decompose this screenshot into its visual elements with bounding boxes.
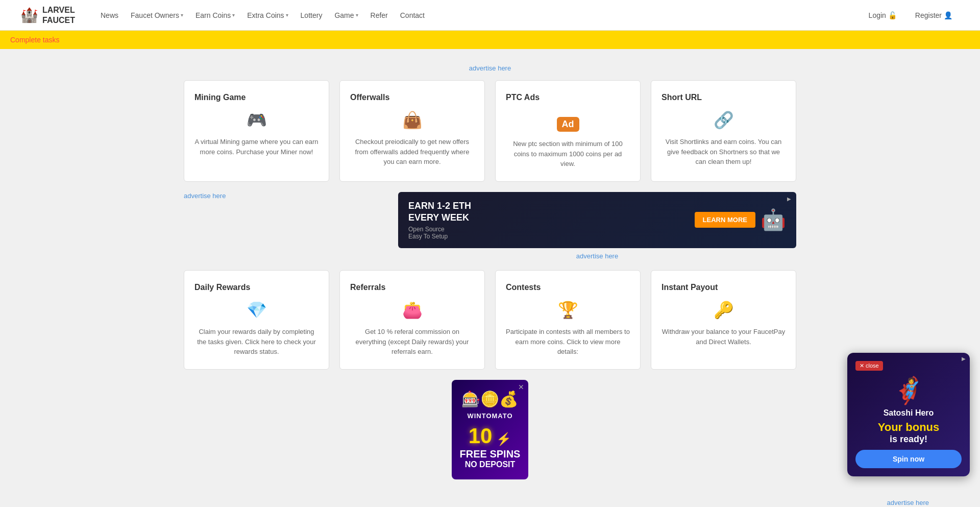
card-payout-desc: Withdraw your balance to your FaucetPay …: [662, 327, 786, 347]
trophy-icon: 🏆: [506, 300, 630, 320]
popup-ad-icon: ▶: [962, 356, 966, 361]
card-mining-title: Mining Game: [194, 93, 318, 102]
banner-ad-content: EARN 1-2 ETHEVERY WEEK Open SourceEasy T…: [408, 200, 695, 240]
nav-earn-coins[interactable]: Earn Coins ▾: [190, 7, 240, 23]
lightning-icon: ⚡: [496, 432, 511, 446]
card-daily-rewards[interactable]: Daily Rewards 💎 Claim your rewards daily…: [184, 270, 329, 370]
cards-grid-row2: Daily Rewards 💎 Claim your rewards daily…: [184, 270, 796, 370]
user-plus-icon: 👤: [944, 11, 952, 19]
card-contests-title: Contests: [506, 283, 630, 292]
card-referrals[interactable]: Referrals 👛 Get 10 % referal commission …: [339, 270, 485, 370]
popup-bonus-sub: is ready!: [855, 434, 962, 445]
chevron-down-icon: ▾: [286, 12, 288, 18]
ad-icon: Ad: [506, 110, 630, 132]
login-icon: 🔓: [888, 11, 897, 19]
popup-bonus-text: Your bonus: [855, 421, 962, 434]
brand-logo[interactable]: 🏰 LARVEL FAUCET: [20, 5, 75, 25]
popup-title: Satoshi Hero: [855, 408, 962, 418]
card-ptc-desc: New ptc section with minimum of 100 coin…: [506, 139, 630, 169]
navbar: 🏰 LARVEL FAUCET News Faucet Owners ▾ Ear…: [0, 0, 980, 31]
nav-refer[interactable]: Refer: [365, 7, 393, 23]
nav-contact[interactable]: Contact: [395, 7, 430, 23]
wallet2-icon: 👛: [350, 300, 474, 320]
nav-game[interactable]: Game ▾: [329, 7, 363, 23]
learn-more-button[interactable]: LEARN MORE: [695, 212, 755, 228]
gem-icon: 💎: [194, 300, 318, 320]
banner-text: Complete tasks: [10, 36, 59, 44]
nav-lottery[interactable]: Lottery: [296, 7, 328, 23]
nav-links: News Faucet Owners ▾ Earn Coins ▾ Extra …: [95, 7, 430, 23]
popup-close-button[interactable]: ✕ close: [855, 361, 883, 371]
card-referrals-desc: Get 10 % referal commission on everythin…: [350, 327, 474, 357]
chevron-down-icon: ▾: [232, 12, 235, 18]
cards-grid-row1: Mining Game 🎮 A virtual Mining game wher…: [184, 80, 796, 182]
card-offerwalls-title: Offerwalls: [350, 93, 474, 102]
advertise-right[interactable]: advertise here: [398, 252, 796, 260]
card-shorturl-title: Short URL: [662, 93, 786, 102]
card-contests[interactable]: Contests 🏆 Participate in contests with …: [495, 270, 641, 370]
gamepad-icon: 🎮: [194, 110, 318, 130]
banner-ad[interactable]: ▶ EARN 1-2 ETHEVERY WEEK Open SourceEasy…: [398, 192, 796, 249]
nav-extra-coins[interactable]: Extra Coins ▾: [242, 7, 293, 23]
key-icon: 🔑: [662, 300, 786, 320]
slots-close-button[interactable]: ✕: [518, 383, 524, 391]
card-daily-title: Daily Rewards: [194, 283, 318, 292]
robot-icon: 🤖: [761, 208, 786, 232]
popup-character: 🦸: [855, 376, 962, 405]
nav-faucet-owners[interactable]: Faucet Owners ▾: [126, 7, 188, 23]
card-short-url[interactable]: Short URL 🔗 Visit Shortlinks and earn co…: [651, 80, 796, 182]
banner-ad-subtitle: Open SourceEasy To Setup: [408, 226, 695, 240]
card-ptc-ads[interactable]: PTC Ads Ad New ptc section with minimum …: [495, 80, 641, 182]
slots-ad[interactable]: ✕ 🎰🪙💰 WINTOMATO 10 ⚡ FREE SPINS NO DEPOS…: [452, 380, 529, 479]
chevron-down-icon: ▾: [181, 12, 183, 18]
chevron-down-icon: ▾: [356, 12, 358, 18]
card-instant-payout[interactable]: Instant Payout 🔑 Withdraw your balance t…: [651, 270, 796, 370]
brand-name: LARVEL FAUCET: [42, 5, 75, 25]
advertise-left[interactable]: advertise here: [184, 192, 388, 200]
ad-corner-icon: ▶: [787, 196, 791, 202]
wallet-icon: 👜: [350, 110, 474, 130]
yellow-banner: Complete tasks: [0, 31, 980, 49]
card-ptc-title: PTC Ads: [506, 93, 630, 102]
satoshi-hero-popup: ▶ ✕ close 🦸 Satoshi Hero Your bonus is r…: [847, 353, 970, 476]
card-offerwalls-desc: Checkout preiodically to get new offers …: [350, 137, 474, 167]
link-icon: 🔗: [662, 110, 786, 130]
card-contests-desc: Participate in contests with all members…: [506, 327, 630, 357]
slots-number: 10: [469, 424, 493, 448]
card-mining-desc: A virtual Mining game where you can earn…: [194, 137, 318, 157]
register-button[interactable]: Register 👤: [908, 8, 960, 22]
advertise-bottom[interactable]: advertise here: [0, 495, 980, 507]
banner-ad-title: EARN 1-2 ETHEVERY WEEK: [408, 200, 695, 224]
ad-left: advertise here: [184, 192, 388, 200]
card-mining-game[interactable]: Mining Game 🎮 A virtual Mining game wher…: [184, 80, 329, 182]
card-payout-title: Instant Payout: [662, 283, 786, 292]
main-content: advertise here Mining Game 🎮 A virtual M…: [133, 49, 847, 495]
card-offerwalls[interactable]: Offerwalls 👜 Checkout preiodically to ge…: [339, 80, 485, 182]
advertise-top[interactable]: advertise here: [184, 64, 796, 72]
ad-row: advertise here ▶ EARN 1-2 ETHEVERY WEEK …: [184, 192, 796, 260]
nav-news[interactable]: News: [95, 7, 124, 23]
card-daily-desc: Claim your rewards daily by completing t…: [194, 327, 318, 357]
slots-coins-icon: 🎰🪙💰: [460, 390, 521, 408]
slots-brand: WINTOMATO: [460, 412, 521, 420]
brand-icon: 🏰: [20, 7, 38, 23]
nav-auth: Login 🔓 Register 👤: [862, 8, 960, 22]
card-shorturl-desc: Visit Shortlinks and earn coins. You can…: [662, 137, 786, 167]
ad-right: ▶ EARN 1-2 ETHEVERY WEEK Open SourceEasy…: [398, 192, 796, 260]
slots-no-deposit: NO DEPOSIT: [460, 460, 521, 469]
login-button[interactable]: Login 🔓: [862, 8, 904, 22]
spin-now-button[interactable]: Spin now: [855, 450, 962, 468]
slots-free-spins: FREE SPINS: [460, 448, 521, 460]
card-referrals-title: Referrals: [350, 283, 474, 292]
